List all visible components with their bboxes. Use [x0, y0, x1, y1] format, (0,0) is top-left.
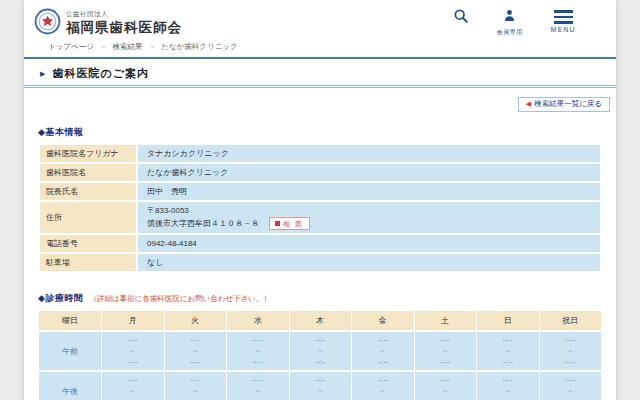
- day-header-cell: 火: [165, 311, 227, 330]
- basic-info-section-title: ◆基本情報: [38, 127, 83, 137]
- basic-info-section-head: ◆基本情報: [38, 121, 602, 139]
- title-triangle-icon: ▶: [40, 70, 45, 77]
- association-logo-icon: [34, 8, 61, 39]
- hours-table: 曜日月火水木金土日祝日 午前 --:-- ～ --:-- --:-- ～ --:…: [38, 309, 602, 400]
- breadcrumb-separator: ＞: [100, 43, 107, 50]
- table-row: 院長氏名 田中 秀明: [40, 183, 600, 200]
- time-cell: --:-- ～ --:--: [165, 372, 227, 400]
- member-area-button[interactable]: 会員専用: [497, 8, 523, 37]
- hamburger-menu-icon: [554, 8, 573, 24]
- row-label: 院長氏名: [40, 183, 136, 200]
- map-marker-icon: [275, 221, 280, 226]
- time-cell: --:-- ～ --:--: [352, 332, 414, 370]
- time-cell: --:-- ～ --:--: [165, 332, 227, 370]
- day-header-cell: 月: [102, 311, 164, 330]
- page-title: 歯科医院のご案内: [52, 67, 149, 79]
- time-cell: --:-- ～ --:--: [227, 372, 289, 400]
- member-person-icon: [503, 8, 516, 26]
- breadcrumb-separator: ＞: [149, 43, 156, 50]
- back-button-label: 検索結果一覧に戻る: [534, 99, 602, 108]
- table-row: 歯科医院名フリガナ タナカシカクリニック: [40, 145, 600, 162]
- row-label: 住所: [40, 202, 136, 234]
- row-value: 0942-48-4184: [138, 235, 600, 252]
- day-header-cell: 木: [290, 311, 352, 330]
- table-row: 駐車場 なし: [40, 254, 600, 271]
- row-label: 電話番号: [40, 235, 136, 252]
- search-icon: [453, 8, 469, 28]
- time-cell: --:-- ～ --:--: [290, 332, 352, 370]
- row-value: なし: [138, 254, 600, 271]
- basic-info-table: 歯科医院名フリガナ タナカシカクリニック 歯科医院名 たなか歯科クリニック 院長…: [38, 143, 602, 274]
- page-title-bar: ▶歯科医院のご案内: [24, 57, 616, 88]
- map-button[interactable]: 地 図: [269, 217, 310, 231]
- time-cell: --:-- ～ --:--: [415, 332, 477, 370]
- org-name: 福岡県歯科医師会: [66, 19, 182, 37]
- row-value: 〒833-0053 筑後市大字西牟田４１０８－８地 図: [138, 202, 600, 234]
- day-header-cell: 日: [477, 311, 539, 330]
- menu-button[interactable]: MENU: [551, 8, 576, 33]
- day-header-cell: 土: [415, 311, 477, 330]
- row-value: たなか歯科クリニック: [138, 164, 600, 181]
- member-area-label: 会員専用: [497, 28, 523, 37]
- time-cell: --:-- ～ --:--: [540, 332, 602, 370]
- table-row: 電話番号 0942-48-4184: [40, 235, 600, 252]
- hours-section-note: （詳細は事前に各歯科医院にお問い合わせ下さい。）: [89, 294, 271, 303]
- time-cell: --:-- ～ --:--: [477, 332, 539, 370]
- back-to-results-button[interactable]: ◀検索結果一覧に戻る: [518, 97, 610, 112]
- site-header: 公益社団法人 福岡県歯科医師会: [24, 0, 616, 40]
- brand-text: 公益社団法人 福岡県歯科医師会: [66, 10, 182, 37]
- time-cell: --:-- ～ --:--: [227, 332, 289, 370]
- time-cell: --:-- ～ --:--: [477, 372, 539, 400]
- back-row: ◀検索結果一覧に戻る: [24, 88, 616, 114]
- row-value: 田中 秀明: [138, 183, 600, 200]
- time-cell: --:-- ～ --:--: [415, 372, 477, 400]
- postal-code: 〒833-0053: [147, 205, 591, 217]
- day-header-cell: 水: [227, 311, 289, 330]
- org-type: 公益社団法人: [66, 10, 182, 19]
- time-cell: --:-- ～ --:--: [102, 332, 164, 370]
- afternoon-row: 午後 --:-- ～ --:-- --:-- ～ --:-- --:-- ～ -…: [39, 372, 601, 400]
- table-row: 歯科医院名 たなか歯科クリニック: [40, 164, 600, 181]
- hours-section-title: ◆診療時間: [38, 293, 83, 303]
- time-cell: --:-- ～ --:--: [352, 372, 414, 400]
- row-label: 駐車場: [40, 254, 136, 271]
- morning-row: 午前 --:-- ～ --:-- --:-- ～ --:-- --:-- ～ -…: [39, 332, 601, 370]
- row-label: 歯科医院名フリガナ: [40, 145, 136, 162]
- hours-header-row: 曜日月火水木金土日祝日: [39, 311, 601, 330]
- header-icons: 会員専用 MENU: [453, 8, 576, 37]
- day-header-cell: 曜日: [39, 311, 101, 330]
- breadcrumb-current: たなか歯科クリニック: [161, 42, 237, 51]
- period-label: 午後: [39, 372, 101, 400]
- menu-label: MENU: [551, 26, 576, 33]
- time-cell: --:-- ～ --:--: [540, 372, 602, 400]
- back-arrow-icon: ◀: [526, 100, 531, 107]
- hours-section-head: ◆診療時間（詳細は事前に各歯科医院にお問い合わせ下さい。）: [38, 287, 602, 305]
- breadcrumb: トップページ ＞ 検索結果 ＞ たなか歯科クリニック: [24, 40, 616, 57]
- search-button[interactable]: [453, 8, 469, 28]
- breadcrumb-home-link[interactable]: トップページ: [48, 42, 94, 51]
- address-line: 筑後市大字西牟田４１０８－８地 図: [147, 217, 591, 231]
- day-header-cell: 金: [352, 311, 414, 330]
- content-wrapper: 公益社団法人 福岡県歯科医師会: [24, 0, 616, 400]
- time-cell: --:-- ～ --:--: [290, 372, 352, 400]
- time-cell: --:-- ～ --:--: [102, 372, 164, 400]
- screen: 公益社団法人 福岡県歯科医師会: [0, 0, 640, 400]
- table-row-address: 住所 〒833-0053 筑後市大字西牟田４１０８－８地 図: [40, 202, 600, 234]
- period-label: 午前: [39, 332, 101, 370]
- breadcrumb-search-results-link[interactable]: 検索結果: [113, 42, 143, 51]
- map-button-label: 地 図: [283, 219, 304, 229]
- day-header-cell: 祝日: [540, 311, 602, 330]
- row-value: タナカシカクリニック: [138, 145, 600, 162]
- row-label: 歯科医院名: [40, 164, 136, 181]
